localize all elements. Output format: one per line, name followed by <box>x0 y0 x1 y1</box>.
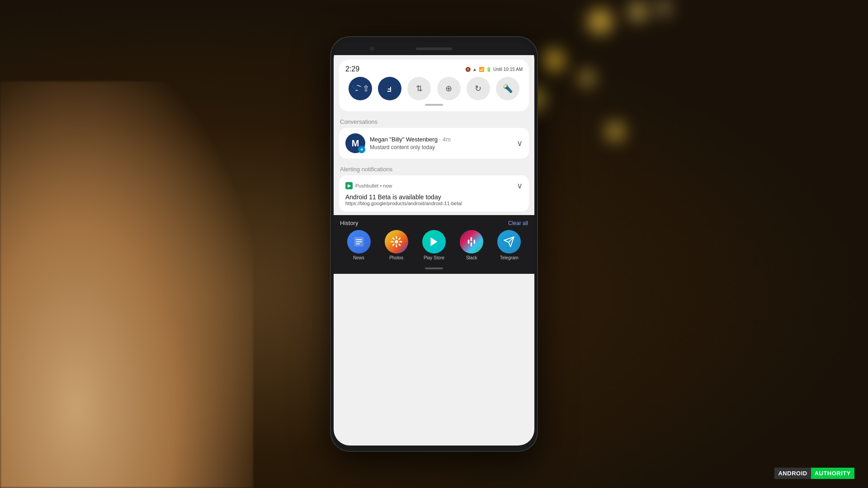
data-toggle[interactable]: ⇅ <box>407 77 431 100</box>
wifi-toggle[interactable]: ⇧ <box>349 77 372 100</box>
history-apps: News Photos <box>340 230 528 260</box>
news-label: News <box>353 255 364 260</box>
conversation-notification[interactable]: M ✈ Megan "Billy" Westenberg · 4m Mustar… <box>339 128 529 159</box>
slack-app[interactable]: Slack <box>460 230 483 260</box>
slack-label: Slack <box>466 255 477 260</box>
svg-rect-2 <box>471 237 472 241</box>
sender-name: Megan "Billy" Westenberg <box>370 136 438 143</box>
scroll-bar <box>425 104 443 106</box>
time-ago: · 4m <box>439 136 451 143</box>
telegram-app[interactable]: Telegram <box>497 230 521 260</box>
phone-screen: 2:29 🔕 ▲ 📶 🔋 Until 10:15 AM <box>334 42 534 446</box>
bokeh-light-7 <box>656 0 671 16</box>
bokeh-light-5 <box>579 70 595 86</box>
bokeh-light-6 <box>606 122 625 141</box>
history-section: History Clear all News <box>334 215 534 265</box>
pb-url: https://blog.google/products/android/and… <box>345 201 523 206</box>
clock: 2:29 <box>345 65 359 73</box>
play-store-label: Play Store <box>424 255 444 260</box>
svg-rect-4 <box>471 242 472 246</box>
phone-frame: 2:29 🔕 ▲ 📶 🔋 Until 10:15 AM <box>330 36 538 452</box>
clear-all-button[interactable]: Clear all <box>508 220 528 226</box>
phone-top-bar <box>334 42 534 55</box>
until-time: Until 10:15 AM <box>493 67 523 72</box>
photos-icon <box>385 230 408 253</box>
photos-app[interactable]: Photos <box>385 230 408 260</box>
quick-settings-card: 2:29 🔕 ▲ 📶 🔋 Until 10:15 AM <box>339 60 529 111</box>
bokeh-light-3 <box>542 50 564 71</box>
telegram-label: Telegram <box>500 255 519 260</box>
conversations-header: Conversations <box>334 115 534 128</box>
photos-label: Photos <box>389 255 403 260</box>
bokeh-light-1 <box>588 9 613 34</box>
history-title: History <box>340 220 358 226</box>
bokeh-light-2 <box>628 2 647 21</box>
pushbullet-notification[interactable]: ▶ Pushbullet • now ∨ Android 11 Beta is … <box>339 175 529 211</box>
avatar-initial: M <box>352 138 359 149</box>
telegram-icon <box>497 230 521 253</box>
play-store-icon <box>422 230 446 253</box>
conversation-header: M ✈ Megan "Billy" Westenberg · 4m Mustar… <box>345 133 523 153</box>
alerting-header: Alerting notifications <box>334 162 534 175</box>
flashlight-toggle[interactable]: 🔦 <box>496 77 519 100</box>
slack-icon <box>460 230 483 253</box>
home-area <box>334 265 534 274</box>
hand-background <box>0 81 253 488</box>
home-bar[interactable] <box>425 267 443 269</box>
news-app[interactable]: News <box>347 230 371 260</box>
status-icons: 🔕 ▲ 📶 🔋 Until 10:15 AM <box>465 67 523 72</box>
quick-toggles: ⇧ ⅎ ⇅ ⊕ ↻ 🔦 <box>345 77 523 100</box>
news-icon <box>347 230 371 253</box>
pb-expand-button[interactable]: ∨ <box>517 181 523 191</box>
wifi-icon: ▲ <box>472 67 477 72</box>
notification-panel: 2:29 🔕 ▲ 📶 🔋 Until 10:15 AM <box>334 55 534 446</box>
bluetooth-toggle[interactable]: ⅎ <box>378 77 401 100</box>
notification-title: Megan "Billy" Westenberg · 4m <box>370 136 451 144</box>
expand-button[interactable]: ∨ <box>517 138 523 148</box>
history-header: History Clear all <box>340 220 528 226</box>
pb-title: Android 11 Beta is available today <box>345 193 523 201</box>
pb-app-name: Pushbullet • now <box>355 183 392 188</box>
svg-rect-3 <box>474 239 476 244</box>
status-bar: 2:29 🔕 ▲ 📶 🔋 Until 10:15 AM <box>345 65 523 73</box>
pushbullet-icon: ▶ <box>345 182 353 189</box>
pb-app-info: ▶ Pushbullet • now <box>345 182 392 189</box>
notification-text: Megan "Billy" Westenberg · 4m Mustard co… <box>370 136 451 151</box>
avatar: M ✈ <box>345 133 365 153</box>
sender-info: M ✈ Megan "Billy" Westenberg · 4m Mustar… <box>345 133 451 153</box>
svg-rect-1 <box>468 239 470 244</box>
speaker-grille <box>416 47 452 50</box>
auto-rotate-toggle[interactable]: ↻ <box>467 77 490 100</box>
battery-icon: 🔋 <box>486 67 491 72</box>
play-store-app[interactable]: Play Store <box>422 230 446 260</box>
front-camera <box>370 47 374 51</box>
battery-saver-toggle[interactable]: ⊕ <box>437 77 461 100</box>
telegram-badge: ✈ <box>358 146 365 153</box>
watermark-authority: AUTHORITY <box>811 468 854 479</box>
watermark-android: ANDROID <box>774 468 811 479</box>
signal-icon: 📶 <box>479 67 484 72</box>
pb-header: ▶ Pushbullet • now ∨ <box>345 181 523 191</box>
notification-message: Mustard content only today <box>370 144 451 150</box>
watermark: ANDROID AUTHORITY <box>774 468 854 479</box>
mute-icon: 🔕 <box>465 67 471 72</box>
scroll-indicator <box>345 104 523 106</box>
